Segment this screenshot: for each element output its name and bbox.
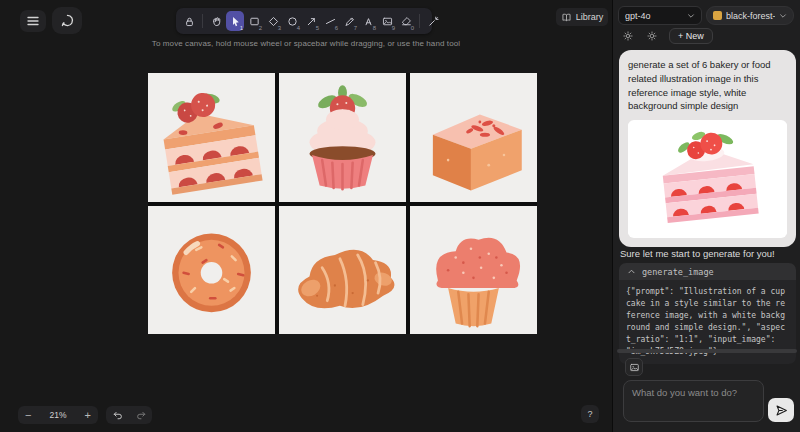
tool-lock-button[interactable] (180, 11, 198, 31)
tool-arrow-button[interactable]: 5 (302, 11, 320, 31)
chevron-down-icon (687, 12, 695, 20)
tool-text-button[interactable]: 8 (359, 11, 377, 31)
zoom-level[interactable]: 21% (49, 410, 66, 420)
chevron-down-icon (779, 12, 787, 20)
tool-line-button[interactable]: 6 (321, 11, 339, 31)
hand-icon (210, 15, 223, 28)
canvas-image-berry-muffin[interactable] (410, 206, 537, 335)
main-menu-button[interactable] (20, 10, 46, 32)
library-button[interactable]: Library (556, 8, 608, 26)
zoom-out-button[interactable]: − (25, 410, 31, 421)
canvas-hint-text: To move canvas, hold mouse wheel or spac… (0, 39, 612, 48)
zoom-control: − 21% + (18, 406, 98, 424)
attach-image-button[interactable] (625, 358, 643, 376)
tool-draw-button[interactable]: 7 (340, 11, 358, 31)
history-control (106, 406, 152, 424)
attach-image-icon (629, 362, 640, 373)
provider-select[interactable]: black-forest-lab (706, 6, 794, 25)
user-message-bubble: generate a set of 6 bakery or food relat… (619, 50, 796, 247)
tool-selection-button[interactable]: 1 (226, 11, 244, 31)
canvas-image-strawberry-loaf-cake[interactable] (410, 73, 537, 202)
library-label: Library (576, 12, 604, 22)
help-button[interactable]: ? (581, 405, 599, 423)
sun-icon (646, 30, 658, 42)
redo-button[interactable] (135, 409, 147, 421)
book-icon (561, 12, 572, 23)
canvas-area[interactable]: 1 2 3 4 (0, 0, 612, 432)
tool-hand-button[interactable] (207, 11, 225, 31)
settings-button[interactable] (621, 29, 635, 43)
new-chat-button[interactable]: + New (669, 28, 713, 44)
chat-input[interactable] (623, 380, 764, 422)
generated-image-grid (148, 73, 537, 334)
tool-eraser-button[interactable]: 0 (397, 11, 415, 31)
provider-select-value: black-forest-lab (726, 11, 775, 21)
tool-laser-button[interactable] (424, 11, 442, 31)
tool-rectangle-button[interactable]: 2 (245, 11, 263, 31)
tool-call-name: generate_image (642, 267, 714, 277)
undo-button[interactable] (112, 409, 124, 421)
tool-palette: 1 2 3 4 (176, 8, 432, 34)
composer-divider (617, 349, 797, 353)
tool-ellipse-button[interactable]: 4 (283, 11, 301, 31)
user-message-text: generate a set of 6 bakery or food relat… (628, 58, 787, 113)
chat-toggle-button[interactable] (52, 7, 82, 34)
app-root: 1 2 3 4 (0, 0, 800, 432)
chevron-up-icon (627, 267, 636, 276)
canvas-image-strawberry-cake-slice[interactable] (148, 73, 275, 202)
gear-icon (622, 30, 634, 42)
reference-image[interactable] (628, 120, 787, 238)
laser-pointer-icon (427, 15, 440, 28)
tool-image-button[interactable]: 9 (378, 11, 396, 31)
toolbar-separator (202, 14, 203, 28)
lock-icon (183, 15, 196, 28)
send-plane-icon (775, 404, 788, 417)
assistant-sidebar: gpt-4o black-forest-lab (612, 0, 800, 432)
assistant-message-text: Sure let me start to generate for you! (620, 247, 796, 260)
strawberry-cake-illustration (628, 120, 787, 238)
model-select-value: gpt-4o (625, 11, 651, 21)
provider-logo-icon (713, 11, 722, 20)
tool-diamond-button[interactable]: 3 (264, 11, 282, 31)
zoom-in-button[interactable]: + (85, 410, 91, 421)
chat-bubble-icon (60, 13, 75, 28)
canvas-image-strawberry-cupcake[interactable] (279, 73, 406, 202)
theme-toggle-button[interactable] (645, 29, 659, 43)
canvas-image-croissant[interactable] (279, 206, 406, 335)
canvas-image-glazed-donut[interactable] (148, 206, 275, 335)
model-select[interactable]: gpt-4o (618, 6, 702, 25)
send-button[interactable] (768, 398, 794, 422)
tool-call-header[interactable]: generate_image (619, 263, 796, 280)
session-actions-row: + New (621, 28, 713, 44)
toolbar-separator (419, 14, 420, 28)
hamburger-icon (27, 16, 39, 26)
model-selector-row: gpt-4o black-forest-lab (618, 6, 796, 25)
